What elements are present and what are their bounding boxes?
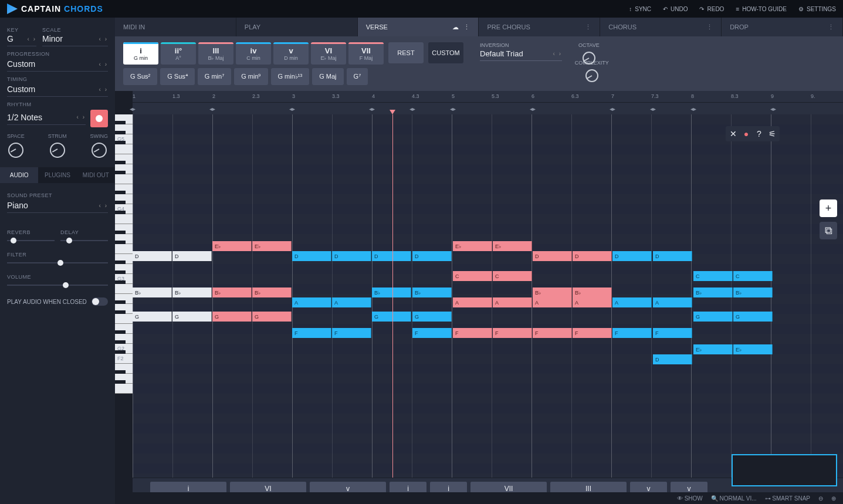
tab-chorus[interactable]: CHORUS⋮ [600,18,722,36]
chord-handle[interactable]: ◂▸ [128,104,137,113]
arrows-icon[interactable]: ‹ › [99,61,108,67]
cloud-icon[interactable]: ☁ [452,23,459,31]
swing-knob[interactable] [92,143,107,158]
zoom-in-button[interactable]: ⊕ [831,495,836,502]
midi-note[interactable]: C [493,271,532,281]
midi-note[interactable]: G [133,312,172,322]
menu-icon[interactable]: ⋮ [463,23,470,31]
midi-note[interactable]: F [493,328,532,338]
midi-note[interactable]: B♭ [733,287,773,297]
octave-knob[interactable] [583,52,595,65]
chord-button-i[interactable]: iG min [123,42,158,65]
ext-button[interactable]: G min⁷ [198,68,231,85]
undo-button[interactable]: ↶ UNDO [663,6,688,12]
space-knob[interactable] [8,143,23,158]
midi-note[interactable]: F [533,328,572,338]
ext-button[interactable]: G⁷ [347,68,368,85]
midi-note[interactable]: E♭ [252,241,292,251]
midi-note[interactable]: F [573,328,612,338]
preset-select[interactable]: Piano‹ › [7,201,108,213]
delay-slider[interactable] [60,240,108,241]
midi-note[interactable]: C [693,271,733,281]
rhythm-select[interactable]: 1/2 Notes‹ › [7,113,86,125]
ext-button[interactable]: G Sus⁴ [160,68,195,85]
midi-note[interactable]: A [493,297,532,307]
midi-note[interactable]: D [133,251,172,261]
chord-button-III[interactable]: IIIB♭ Maj [198,42,233,65]
midi-note[interactable]: F [653,328,692,338]
play-closed-toggle[interactable] [92,297,108,306]
midi-note[interactable]: G [212,312,252,322]
midi-note[interactable]: B♭ [172,287,212,297]
midi-note[interactable]: D [332,251,371,261]
inversion-select[interactable]: Default Triad‹ › [480,49,562,61]
midi-note[interactable]: F [453,328,492,338]
rest-button[interactable]: REST [388,42,424,63]
tab-audio[interactable]: AUDIO [0,167,38,183]
close-icon[interactable]: ✕ [728,128,739,139]
chord-handle[interactable]: ◂▸ [648,104,658,113]
chord-handle[interactable]: ◂▸ [528,104,537,113]
chord-button-VI[interactable]: VIE♭ Maj [311,42,346,65]
midi-note[interactable]: D [612,251,652,261]
help-icon[interactable]: ? [754,128,764,139]
volume-slider[interactable] [7,285,108,286]
midi-note[interactable]: A [653,297,692,307]
add-button[interactable]: + [820,199,837,217]
progression-select[interactable]: Custom‹ › [7,59,108,72]
show-toggle[interactable]: 👁 SHOW [677,495,703,502]
midi-note[interactable]: D [412,251,452,261]
tab-midi-out[interactable]: MIDI OUT [77,167,115,183]
chord-handle[interactable]: ◂▸ [367,104,377,113]
midi-note[interactable]: B♭ [693,287,733,297]
snap-mode[interactable]: ⊶ SMART SNAP [765,495,810,502]
arrows-icon[interactable]: ‹ › [99,202,108,209]
midi-note[interactable]: E♭ [733,344,773,354]
chord-button-iv[interactable]: ivC min [236,42,271,65]
midi-note[interactable]: F [612,328,652,338]
midi-note[interactable]: B♭ [133,287,172,297]
midi-note[interactable]: D [653,251,692,261]
ext-button[interactable]: G min⁹ [234,68,268,85]
menu-icon[interactable]: ⋮ [828,23,834,31]
tab-plugins[interactable]: PLUGINS [38,167,76,183]
midi-note[interactable]: A [612,297,652,307]
midi-note[interactable]: C [733,271,773,281]
midi-note[interactable]: B♭ [573,287,612,297]
midi-note[interactable]: F [332,328,371,338]
menu-icon[interactable]: ⋮ [706,23,713,31]
chord-handle[interactable]: ◂▸ [287,104,297,113]
ext-button[interactable]: G Sus² [123,68,157,85]
midi-note[interactable]: G [172,312,212,322]
reverb-slider[interactable] [7,240,55,241]
timing-select[interactable]: Custom‹ › [7,84,108,97]
strum-knob[interactable] [50,143,65,158]
arrows-icon[interactable]: ‹ › [99,36,108,42]
custom-button[interactable]: CUSTOM [428,42,463,63]
settings-button[interactable]: ⚙ SETTINGS [798,6,836,12]
chord-handle[interactable]: ◂▸ [408,104,417,113]
midi-note[interactable]: E♭ [493,241,532,251]
sync-button[interactable]: ↕ SYNC [629,6,651,12]
midi-note[interactable]: D [372,251,411,261]
midi-note[interactable]: G [693,312,733,322]
midi-note[interactable]: A [533,297,572,307]
record-icon[interactable]: ● [741,128,751,139]
arrows-icon[interactable]: ‹ › [99,86,108,93]
record-button[interactable] [90,110,108,127]
midi-note[interactable]: D [172,251,212,261]
timeline-ruler[interactable]: 11.322.333.344.355.366.377.388.399. [133,91,843,103]
midi-note[interactable]: C [453,271,492,281]
midi-note[interactable]: E♭ [453,241,492,251]
view-mode[interactable]: 🔍 NORMAL VI... [711,495,757,502]
midi-note[interactable]: D [533,251,572,261]
midi-note[interactable]: D [573,251,612,261]
midi-note[interactable]: B♭ [533,287,572,297]
midi-note[interactable]: E♭ [212,241,252,251]
midi-note[interactable]: B♭ [372,287,411,297]
scale-select[interactable]: Minor‹ › [42,34,108,46]
tab-play[interactable]: PLAY [236,18,358,36]
tab-pre-chorus[interactable]: PRE CHORUS⋮ [479,18,600,36]
midi-note[interactable]: B♭ [252,287,292,297]
guide-button[interactable]: ≡ HOW-TO GUIDE [736,6,787,12]
